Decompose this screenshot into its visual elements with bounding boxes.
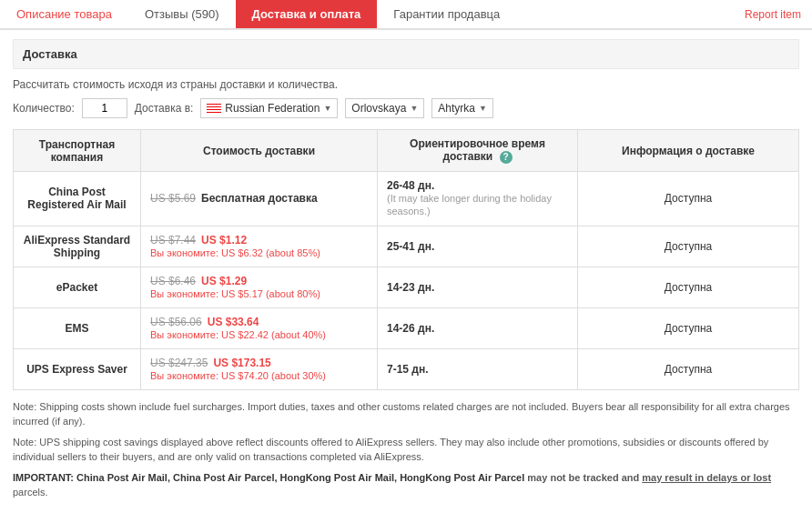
carrier-cell: ePacket [14, 267, 141, 307]
tab-delivery[interactable]: Доставка и оплата [236, 0, 378, 28]
tab-guarantee[interactable]: Гарантии продавца [377, 0, 516, 28]
russia-flag-icon [207, 104, 221, 114]
calc-description: Рассчитать стоимость исходя из страны до… [13, 78, 799, 91]
time-cell: 25-41 дн. [378, 226, 578, 267]
table-row: UPS Express SaverUS $247.35US $173.15Вы … [14, 348, 799, 389]
table-row: ePacketUS $6.46US $1.29Вы экономите: US … [14, 267, 799, 307]
cost-cell: US $247.35US $173.15Вы экономите: US $74… [141, 348, 378, 389]
price-old: US $7.44 [150, 234, 196, 246]
country-chevron-icon: ▼ [323, 104, 331, 113]
time-cell: 14-23 дн. [378, 267, 578, 307]
shipping-table: Транспортная компания Стоимость доставки… [13, 129, 799, 390]
cost-cell: US $6.46US $1.29Вы экономите: US $5.17 (… [141, 267, 378, 307]
carrier-cell: EMS [14, 307, 141, 348]
carrier-cell: UPS Express Saver [14, 348, 141, 389]
col-header-carrier: Транспортная компания [14, 130, 141, 172]
time-cell: 26-48 дн.(It may take longer during the … [378, 172, 578, 226]
price-old: US $6.46 [150, 275, 196, 287]
cost-cell: US $56.06US $33.64Вы экономите: US $22.4… [141, 307, 378, 348]
price-old: US $56.06 [150, 316, 202, 328]
note3-bold: may not be tracked and [527, 472, 642, 483]
price-old: US $247.35 [150, 357, 208, 369]
cost-cell: US $5.69Бесплатная доставка [141, 172, 378, 226]
table-row: AliExpress Standard ShippingUS $7.44US $… [14, 226, 799, 267]
time-cell: 7-15 дн. [378, 348, 578, 389]
report-item-link[interactable]: Report item [734, 1, 812, 28]
price-old: US $5.69 [150, 192, 196, 205]
cost-cell: US $7.44US $1.12Вы экономите: US $6.32 (… [141, 226, 378, 267]
save-text: Вы экономите: US $6.32 (about 85%) [150, 247, 320, 258]
region-value: Orlovskaya [351, 102, 406, 115]
tab-description[interactable]: Описание товара [0, 0, 128, 28]
dest-label: Доставка в: [135, 102, 194, 115]
tab-bar: Описание товара Отзывы (590) Доставка и … [0, 0, 812, 30]
city-value: Ahtyrka [438, 102, 475, 115]
time-main: 14-26 дн. [387, 322, 568, 335]
col-header-cost: Стоимость доставки [141, 130, 378, 172]
note3: IMPORTANT: China Post Air Mail, China Po… [13, 470, 799, 500]
time-note: (It may take longer during the holiday s… [387, 192, 568, 218]
availability-cell: Доступна [578, 267, 799, 307]
price-new: US $1.12 [201, 234, 247, 246]
save-text: Вы экономите: US $5.17 (about 80%) [150, 288, 320, 299]
time-main: 25-41 дн. [387, 240, 568, 253]
section-title: Доставка [13, 39, 799, 69]
availability-cell: Доступна [578, 348, 799, 389]
notes-section: Note: Shipping costs shown include fuel … [13, 399, 799, 500]
region-chevron-icon: ▼ [410, 104, 418, 113]
carrier-cell: AliExpress Standard Shipping [14, 226, 141, 267]
qty-row: Количество: Доставка в: Russian Federati… [13, 98, 799, 118]
availability-cell: Доступна [578, 172, 799, 226]
time-cell: 14-26 дн. [378, 307, 578, 348]
save-text: Вы экономите: US $22.42 (about 40%) [150, 329, 326, 340]
qty-input[interactable] [82, 98, 127, 118]
help-icon[interactable]: ? [500, 151, 513, 164]
note3-prefix: IMPORTANT: China Post Air Mail, China Po… [13, 472, 524, 483]
col-header-time: Ориентировочное время доставки ? [378, 130, 578, 172]
country-value: Russian Federation [225, 102, 320, 115]
price-new: US $33.64 [208, 316, 259, 328]
note1: Note: Shipping costs shown include fuel … [13, 399, 799, 429]
time-main: 14-23 дн. [387, 281, 568, 294]
availability-cell: Доступна [578, 226, 799, 267]
country-select[interactable]: Russian Federation ▼ [200, 98, 338, 118]
table-row: China Post Registered Air MailUS $5.69Бе… [14, 172, 799, 226]
time-main: 7-15 дн. [387, 363, 568, 376]
col-header-info: Информация о доставке [578, 130, 799, 172]
region-select[interactable]: Orlovskaya ▼ [345, 98, 424, 118]
table-row: EMSUS $56.06US $33.64Вы экономите: US $2… [14, 307, 799, 348]
save-text: Вы экономите: US $74.20 (about 30%) [150, 370, 326, 381]
time-main: 26-48 дн. [387, 179, 568, 192]
price-free: Бесплатная доставка [201, 192, 318, 205]
note2: Note: UPS shipping cost savings displaye… [13, 435, 799, 465]
main-content: Доставка Рассчитать стоимость исходя из … [0, 30, 812, 513]
city-chevron-icon: ▼ [479, 104, 487, 113]
city-select[interactable]: Ahtyrka ▼ [431, 98, 493, 118]
note3-bold2: may result in delays or lost [642, 472, 771, 483]
tab-reviews[interactable]: Отзывы (590) [128, 0, 236, 28]
qty-label: Количество: [13, 102, 75, 115]
carrier-cell: China Post Registered Air Mail [14, 172, 141, 226]
price-new: US $173.15 [213, 357, 270, 369]
note3-suffix: parcels. [13, 487, 48, 498]
availability-cell: Доступна [578, 307, 799, 348]
price-new: US $1.29 [201, 275, 247, 287]
